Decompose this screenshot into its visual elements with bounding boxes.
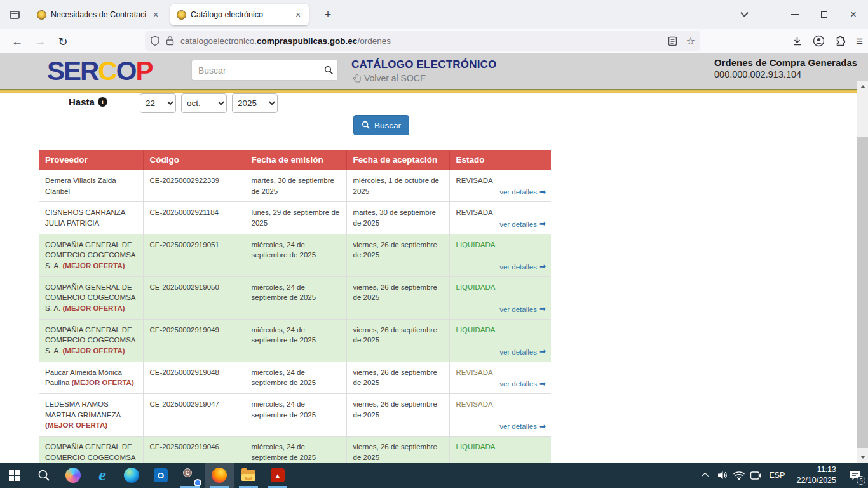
minimize-icon	[791, 14, 799, 15]
cell-fecha-aceptacion: viernes, 26 de septiembre de 2025	[346, 437, 449, 463]
lock-icon[interactable]	[166, 36, 174, 46]
month-select[interactable]: oct.	[181, 93, 227, 113]
page-title: CATÁLOGO ELECTRÓNICO	[351, 58, 496, 71]
ver-detalles-link[interactable]: ver detalles➡	[499, 187, 546, 198]
new-tab-button[interactable]: +	[320, 6, 336, 23]
cell-codigo: CE-20250002919050	[143, 276, 245, 319]
cell-codigo: CE-20250002919048	[143, 362, 245, 393]
cell-codigo: CE-20250002922339	[143, 170, 245, 202]
tab-list-chevron-icon[interactable]	[740, 9, 749, 17]
ver-detalles-link[interactable]: ver detalles➡	[499, 379, 546, 390]
taskbar-search-button[interactable]	[29, 463, 58, 488]
taskbar-chrome-button[interactable]: G	[175, 463, 205, 488]
cell-fecha-emision: miércoles, 24 de septiembre de 2025	[245, 394, 346, 437]
buscar-button[interactable]: Buscar	[353, 115, 409, 135]
tab-close-icon[interactable]: ×	[150, 10, 161, 20]
outlook-icon: O	[154, 468, 168, 482]
ver-detalles-link[interactable]: ver detalles➡	[499, 219, 546, 229]
taskbar-edge-button[interactable]	[117, 463, 146, 488]
info-icon[interactable]: i	[98, 97, 107, 107]
taskbar-internet-explorer-button[interactable]: e	[88, 463, 117, 488]
mejor-oferta-tag: (MEJOR OFERTA)	[63, 262, 125, 269]
taskbar-outlook-button[interactable]: O	[146, 463, 175, 488]
wifi-button[interactable]	[731, 463, 747, 488]
volume-button[interactable]	[714, 463, 731, 488]
url-bar[interactable]: catalogoelectronico.compraspublicas.gob.…	[145, 31, 700, 51]
taskbar-file-explorer-button[interactable]	[234, 463, 263, 488]
taskbar-copilot-button[interactable]	[58, 463, 88, 488]
sercop-logo[interactable]: SERCOP	[47, 55, 152, 88]
close-button[interactable]: ×	[839, 0, 868, 29]
account-icon[interactable]	[813, 35, 825, 47]
arrow-right-icon: ➡	[539, 219, 546, 229]
extensions-puzzle-icon[interactable]	[835, 36, 846, 46]
cell-fecha-aceptacion: viernes, 26 de septiembre de 2025	[346, 276, 449, 319]
cell-estado: REVISADAver detalles➡	[449, 170, 551, 202]
url-text: catalogoelectronico.compraspublicas.gob.…	[180, 36, 391, 46]
volver-al-soce-link[interactable]: Volver al SOCE	[351, 73, 496, 83]
scrollbar-thumb[interactable]	[857, 137, 868, 448]
tray-expand-button[interactable]	[698, 463, 714, 488]
cell-proveedor: COMPAÑIA GENERAL DE COMERCIO COGECOMSA S…	[39, 437, 143, 463]
tracking-shield-icon[interactable]	[150, 36, 160, 46]
language-indicator[interactable]: ESP	[764, 471, 790, 480]
cell-fecha-aceptacion: miércoles, 1 de octubre de 2025	[346, 170, 449, 202]
ver-detalles-link[interactable]: ver detalles➡	[499, 346, 546, 357]
date: 22/10/2025	[796, 475, 836, 486]
search-input[interactable]	[191, 60, 320, 81]
cell-fecha-emision: miércoles, 24 de septiembre de 2025	[245, 276, 346, 319]
minimize-button[interactable]	[780, 0, 810, 29]
clock[interactable]: 11:13 22/10/2025	[790, 464, 843, 486]
reload-button[interactable]: ↻	[53, 32, 72, 51]
day-select[interactable]: 22	[140, 93, 176, 113]
arrow-right-icon: ➡	[539, 379, 546, 390]
cell-fecha-emision: lunes, 29 de septiembre de 2025	[245, 202, 346, 234]
menu-hamburger-icon[interactable]: ≡	[856, 34, 863, 48]
internet-explorer-icon: e	[98, 467, 106, 484]
reader-mode-icon[interactable]	[668, 36, 677, 46]
status-badge: REVISADA	[456, 400, 493, 408]
browser-tab-necesidades[interactable]: Necesidades de Contratación y ×	[31, 4, 166, 25]
system-tray: ESP 11:13 22/10/2025 5	[698, 463, 868, 488]
speaker-icon	[717, 470, 728, 480]
page-scrollbar[interactable]	[857, 81, 868, 463]
arrow-right-icon: ➡	[539, 346, 546, 357]
status-badge: REVISADA	[456, 177, 493, 184]
cell-estado: LIQUIDADAver detalles➡	[449, 276, 551, 319]
taskbar-firefox-button[interactable]	[205, 463, 234, 488]
scroll-down-button[interactable]	[857, 452, 868, 463]
firefox-icon	[212, 468, 227, 483]
year-select[interactable]: 2025	[232, 93, 278, 113]
browser-tab-catalogo[interactable]: Catálogo electrónico ×	[170, 4, 309, 25]
cell-proveedor: Paucar Almeida Mónica Paulina (MEJOR OFE…	[39, 362, 143, 393]
downloads-icon[interactable]	[792, 36, 803, 46]
notification-count-badge: 5	[857, 476, 865, 485]
toolbar-right-icons: ≡	[792, 31, 863, 51]
cell-codigo: CE-20250002919047	[143, 394, 245, 437]
ver-detalles-link[interactable]: ver detalles➡	[499, 421, 546, 432]
notifications-button[interactable]: 5	[843, 463, 868, 488]
back-button[interactable]: ←	[8, 32, 27, 51]
cell-estado: LIQUIDADAver detalles➡	[449, 234, 551, 276]
firefox-view-button[interactable]	[6, 6, 23, 23]
restore-icon	[821, 11, 827, 18]
chrome-profile-badge: G	[183, 468, 192, 477]
cell-fecha-aceptacion: viernes, 26 de septiembre de 2025	[346, 234, 449, 276]
cell-estado: REVISADAver detalles➡	[449, 202, 551, 234]
search-button[interactable]	[320, 60, 338, 81]
taskbar-acrobat-button[interactable]: ▲	[263, 463, 292, 488]
restore-button[interactable]	[810, 0, 839, 29]
meet-now-button[interactable]	[747, 463, 764, 488]
start-button[interactable]	[0, 463, 29, 488]
ver-detalles-link[interactable]: ver detalles➡	[499, 304, 546, 315]
forward-button[interactable]: →	[31, 32, 50, 51]
cell-fecha-emision: miércoles, 24 de septiembre de 2025	[245, 362, 346, 393]
cell-fecha-emision: martes, 30 de septiembre de 2025	[245, 170, 346, 202]
bookmark-star-icon[interactable]: ☆	[686, 35, 695, 47]
scroll-up-button[interactable]	[857, 81, 868, 92]
tab-close-icon[interactable]: ×	[292, 10, 304, 20]
status-badge: LIQUIDADA	[456, 241, 496, 248]
cell-proveedor: CISNEROS CARRANZA JULIA PATRICIA	[39, 202, 143, 234]
ver-detalles-link[interactable]: ver detalles➡	[499, 261, 546, 272]
ecuador-crest-favicon-icon	[37, 10, 46, 20]
